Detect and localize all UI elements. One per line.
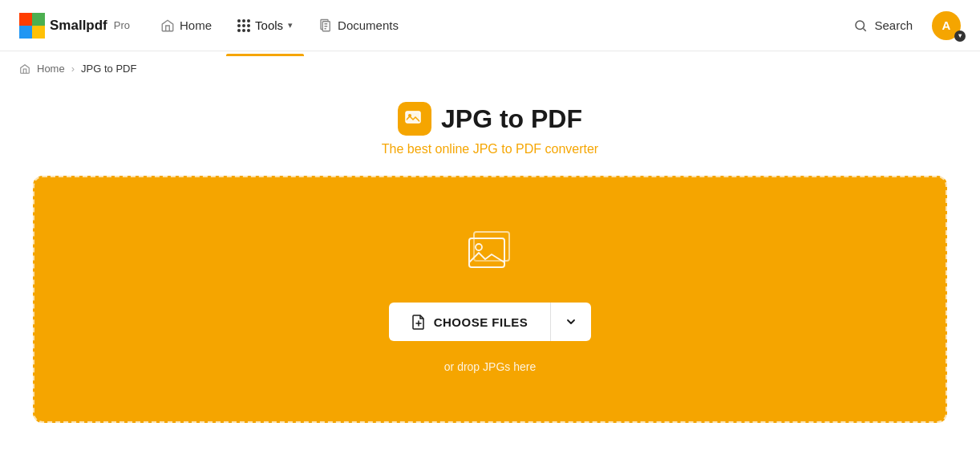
pro-label: Pro — [114, 19, 130, 31]
nav-tools-label: Tools — [255, 18, 283, 32]
svg-rect-11 — [469, 238, 504, 267]
svg-rect-3 — [32, 26, 45, 39]
documents-icon — [318, 18, 333, 33]
drop-zone[interactable]: CHOOSE FILES or drop JPGs here — [33, 176, 947, 423]
breadcrumb-current: JPG to PDF — [81, 63, 136, 75]
drop-zone-icon — [458, 225, 522, 283]
tools-grid-icon — [237, 19, 250, 32]
nav-home[interactable]: Home — [149, 12, 223, 39]
avatar-letter: A — [942, 18, 951, 32]
home-icon — [160, 18, 175, 33]
breadcrumb-home-icon — [19, 63, 30, 75]
tools-dropdown-arrow: ▾ — [288, 20, 293, 30]
svg-rect-2 — [19, 26, 32, 39]
nav-tools[interactable]: Tools ▾ — [226, 12, 304, 39]
page-title-row: JPG to PDF — [398, 102, 582, 136]
nav-home-label: Home — [180, 18, 212, 32]
main-content: JPG to PDF The best online JPG to PDF co… — [0, 86, 980, 455]
nav-documents[interactable]: Documents — [307, 12, 410, 39]
choose-files-dropdown-button[interactable] — [550, 303, 591, 341]
page-tool-icon — [398, 102, 431, 136]
search-label: Search — [874, 18, 913, 32]
chevron-down-icon — [565, 316, 577, 327]
breadcrumb-home-link[interactable]: Home — [37, 63, 65, 75]
smallpdf-logo-icon — [19, 13, 45, 39]
page-title: JPG to PDF — [441, 104, 582, 134]
choose-files-button[interactable]: CHOOSE FILES — [389, 303, 551, 341]
file-add-icon — [411, 314, 426, 330]
svg-rect-0 — [19, 13, 32, 26]
choose-files-label: CHOOSE FILES — [434, 315, 528, 329]
nav-items: Home Tools ▾ Documents — [149, 12, 847, 39]
file-buttons: CHOOSE FILES — [389, 303, 592, 341]
nav-documents-label: Documents — [338, 18, 399, 32]
navbar: Smallpdf Pro Home Tools ▾ — [0, 0, 980, 51]
page-subtitle: The best online JPG to PDF converter — [382, 142, 598, 156]
search-icon — [853, 18, 868, 33]
breadcrumb: Home › JPG to PDF — [0, 51, 980, 86]
logo-text: Smallpdf — [50, 18, 107, 34]
jpg-to-pdf-icon — [404, 108, 425, 129]
svg-point-6 — [856, 21, 865, 30]
avatar-dropdown-icon: ▾ — [954, 30, 966, 42]
svg-rect-1 — [32, 13, 45, 26]
breadcrumb-separator: › — [71, 63, 75, 75]
drop-hint: or drop JPGs here — [444, 360, 536, 373]
breadcrumb-home-label: Home — [37, 63, 65, 75]
svg-rect-7 — [406, 112, 420, 123]
user-avatar[interactable]: A ▾ — [932, 11, 961, 40]
page-header: JPG to PDF The best online JPG to PDF co… — [382, 102, 598, 156]
logo[interactable]: Smallpdf Pro — [19, 13, 130, 39]
search-area[interactable]: Search — [853, 18, 913, 33]
